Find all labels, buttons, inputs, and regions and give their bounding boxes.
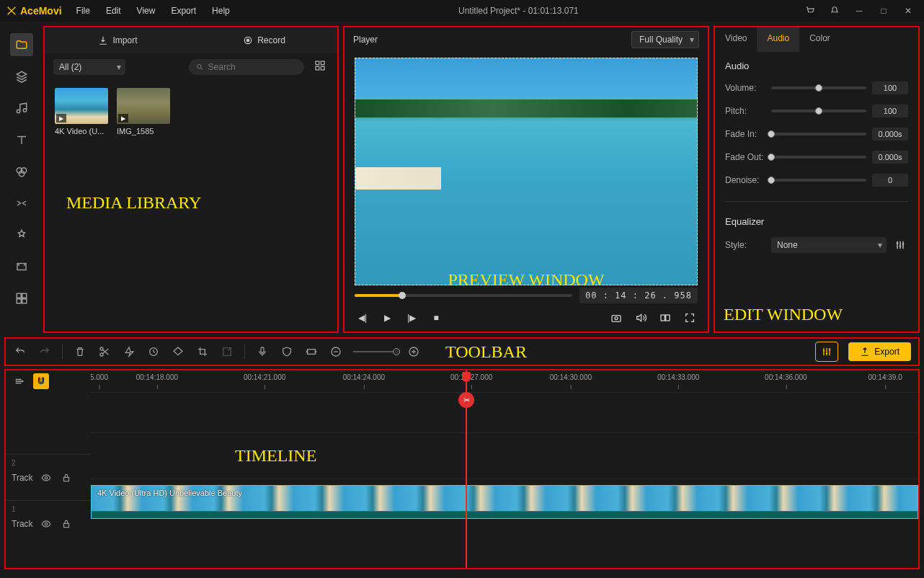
search-input[interactable] [208, 62, 297, 72]
fadeout-slider[interactable] [771, 156, 866, 159]
fadeout-value[interactable]: 0.000s [872, 151, 908, 164]
tag-button[interactable] [171, 344, 185, 359]
timeline-tracks-area[interactable]: 5.000 00:14:18.000 00:14:21.000 00:14:24… [91, 370, 918, 568]
track-row-empty[interactable] [91, 392, 918, 432]
scrub-track[interactable] [355, 294, 572, 297]
annotation-timeline: TIMELINE [235, 446, 316, 466]
add-track-button[interactable] [12, 373, 27, 389]
compare-icon[interactable] [657, 310, 673, 326]
mic-button[interactable] [255, 344, 270, 359]
bell-icon[interactable] [825, 2, 845, 19]
media-item[interactable]: ▶ 4K Video (U... [55, 88, 108, 135]
visibility-icon[interactable] [39, 517, 53, 531]
media-filter-select[interactable]: All (2) [53, 59, 125, 75]
undo-button[interactable] [13, 344, 27, 359]
svg-point-27 [45, 476, 48, 479]
edit-button[interactable] [220, 344, 234, 359]
shield-button[interactable] [280, 344, 294, 359]
tab-color[interactable]: Color [799, 27, 840, 52]
lock-icon[interactable] [59, 471, 74, 485]
media-thumbnail: ▶ [55, 88, 108, 124]
eq-style-select[interactable]: None [771, 237, 887, 253]
zoom-in-button[interactable] [407, 344, 421, 359]
media-item[interactable]: ▶ IMG_1585 [117, 88, 170, 135]
cart-icon[interactable] [800, 2, 820, 19]
timeline-settings-button[interactable] [815, 342, 838, 362]
denoise-label: Denoise: [725, 175, 765, 185]
import-tab[interactable]: Import [45, 27, 191, 53]
svg-rect-13 [316, 66, 319, 70]
track-label: Track [12, 519, 33, 529]
video-clip[interactable]: 4K Video (Ultra HD) Unbelievable Beauty [91, 485, 918, 519]
minimize-icon[interactable]: ─ [849, 2, 869, 19]
search-box[interactable] [189, 59, 304, 75]
scrub-thumb[interactable] [399, 292, 406, 299]
annotation-media: MEDIA LIBRARY [66, 193, 201, 213]
close-icon[interactable]: ✕ [898, 2, 918, 19]
denoise-value[interactable]: 0 [872, 174, 908, 187]
volume-slider[interactable] [771, 86, 866, 89]
ruler-tick: 00:14:39.0 [868, 373, 902, 381]
delete-button[interactable] [73, 344, 87, 359]
grid-view-icon[interactable] [314, 60, 329, 74]
menu-help[interactable]: Help [205, 3, 237, 19]
timeline-ruler[interactable]: 5.000 00:14:18.000 00:14:21.000 00:14:24… [91, 370, 918, 392]
ruler-tick: 00:14:33.000 [657, 373, 699, 381]
tab-video[interactable]: Video [715, 27, 757, 52]
preview-frame[interactable] [355, 58, 698, 285]
fit-button[interactable] [304, 344, 319, 359]
visibility-icon[interactable] [39, 471, 53, 485]
rail-text-icon[interactable] [10, 128, 33, 151]
playhead[interactable]: ✂ [466, 370, 467, 568]
fadein-slider[interactable] [771, 133, 866, 135]
ruler-tick: 00:14:21.000 [244, 373, 285, 381]
menu-edit[interactable]: Edit [99, 3, 128, 19]
volume-value[interactable]: 100 [872, 81, 908, 94]
menu-file[interactable]: File [69, 3, 97, 19]
redo-button[interactable] [37, 344, 52, 359]
play-button[interactable]: ▶ [379, 310, 395, 326]
rail-split-icon[interactable] [10, 287, 33, 310]
svg-point-29 [45, 523, 48, 525]
rail-music-icon[interactable] [10, 97, 33, 120]
next-frame-button[interactable]: |▶ [404, 310, 419, 326]
playhead-split-icon[interactable]: ✂ [458, 392, 474, 408]
rail-transitions-icon[interactable] [10, 192, 33, 215]
zoom-slider[interactable] [353, 351, 396, 352]
quality-select[interactable]: Full Quality [631, 31, 699, 48]
svg-rect-5 [22, 293, 27, 298]
rail-filters-icon[interactable] [10, 160, 33, 183]
denoise-slider[interactable] [771, 179, 866, 182]
rail-aspect-icon[interactable] [10, 255, 33, 278]
record-tab[interactable]: Record [191, 27, 337, 53]
menu-view[interactable]: View [130, 3, 163, 19]
annotation-toolbar: TOOLBAR [445, 342, 527, 362]
speed-button[interactable] [122, 344, 136, 359]
fadein-value[interactable]: 0.000s [872, 128, 908, 141]
zoom-out-button[interactable] [329, 344, 343, 359]
track-row-2[interactable]: TIMELINE [91, 432, 918, 479]
pitch-slider[interactable] [771, 110, 866, 112]
lock-icon[interactable] [59, 517, 74, 531]
magnet-button[interactable] [33, 373, 49, 389]
split-button[interactable] [97, 344, 112, 359]
menu-export[interactable]: Export [164, 3, 203, 19]
timecode-display: 00 : 14 : 26 . 958 [579, 288, 698, 303]
rail-stickers-icon[interactable] [10, 223, 33, 246]
rail-layers-icon[interactable] [10, 65, 33, 88]
crop-button[interactable] [195, 344, 210, 359]
pitch-value[interactable]: 100 [872, 105, 908, 117]
tab-audio[interactable]: Audio [757, 27, 799, 52]
volume-icon[interactable] [633, 310, 649, 326]
prev-frame-button[interactable]: ◀| [355, 310, 370, 326]
track-row-1[interactable]: 4K Video (Ultra HD) Unbelievable Beauty [91, 479, 918, 525]
eq-settings-icon[interactable] [892, 237, 908, 253]
export-button[interactable]: Export [848, 342, 911, 361]
maximize-icon[interactable]: □ [874, 2, 894, 19]
rail-media-icon[interactable] [10, 33, 33, 56]
stop-button[interactable]: ■ [428, 310, 444, 326]
snapshot-icon[interactable] [608, 310, 624, 326]
rotate-button[interactable] [146, 344, 161, 359]
playhead-handle[interactable] [462, 372, 471, 382]
fullscreen-icon[interactable] [682, 310, 698, 326]
